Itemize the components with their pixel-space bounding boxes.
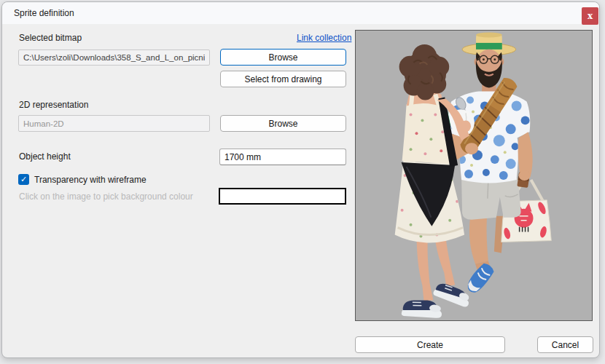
close-icon: x (588, 12, 593, 20)
checkmark-icon: ✓ (20, 175, 27, 183)
transparency-checkbox[interactable]: ✓ (18, 174, 29, 185)
link-collection-link[interactable]: Link collection (297, 33, 351, 43)
people-photo-illustration (356, 31, 592, 320)
sprite-definition-dialog: Sprite definition x Selected bitmap Link… (1, 1, 600, 358)
select-from-drawing-button[interactable]: Select from drawing (220, 71, 346, 87)
background-colour-swatch[interactable] (219, 188, 346, 205)
bitmap-path-input[interactable] (18, 50, 210, 66)
browse-bitmap-button[interactable]: Browse (220, 49, 346, 66)
sprite-preview-image[interactable] (355, 30, 593, 321)
titlebar[interactable]: Sprite definition (2, 2, 599, 24)
selected-bitmap-label: Selected bitmap (19, 33, 82, 43)
close-button[interactable]: x (582, 7, 598, 25)
create-button[interactable]: Create (355, 336, 505, 353)
representation-2d-label: 2D representation (19, 100, 88, 110)
object-height-label: Object height (19, 151, 71, 162)
browse-2d-button[interactable]: Browse (220, 115, 346, 132)
transparency-label[interactable]: Transparency with wireframe (34, 175, 147, 185)
dialog-title: Sprite definition (14, 2, 74, 24)
representation-2d-input[interactable] (18, 115, 210, 132)
background-colour-hint: Click on the image to pick background co… (19, 191, 193, 202)
object-height-input[interactable] (219, 149, 346, 165)
cancel-button[interactable]: Cancel (537, 336, 593, 353)
